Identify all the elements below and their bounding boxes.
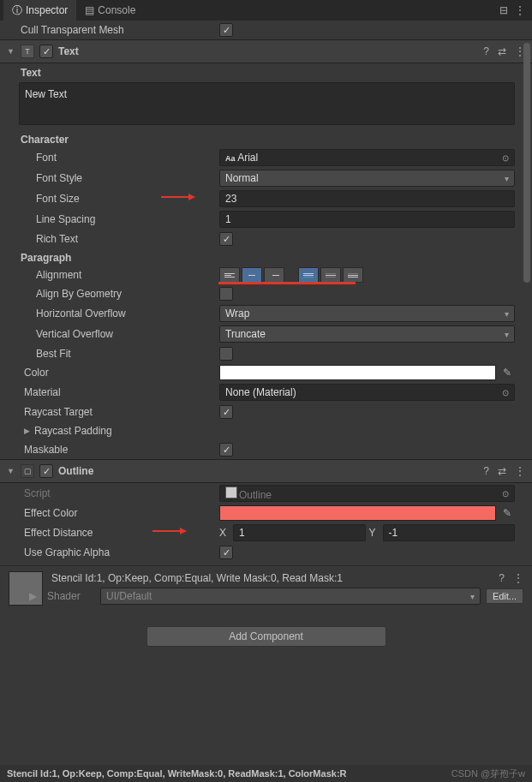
menu-icon[interactable]: ⋮ — [515, 4, 525, 16]
dropdown-v-overflow[interactable]: Truncate — [219, 325, 515, 343]
foldout-icon[interactable]: ▼ — [7, 47, 15, 56]
checkbox-maskable[interactable]: ✓ — [219, 443, 233, 457]
foldout-icon[interactable]: ▼ — [7, 467, 15, 475]
color-swatch-text[interactable] — [219, 365, 496, 380]
dropdown-h-overflow[interactable]: Wrap — [219, 305, 515, 322]
context-menu-icon[interactable]: ⋮ — [515, 465, 525, 477]
label-rich-text: Rich Text — [36, 233, 219, 245]
tab-bar: ⓘ Inspector ▤ Console ⊟ ⋮ — [0, 0, 532, 21]
dropdown-font-style[interactable]: Normal — [219, 170, 515, 187]
tab-label: Inspector — [26, 4, 68, 16]
checkbox-text-enabled[interactable]: ✓ — [39, 45, 53, 58]
watermark: CSDN @芽孢子w — [451, 767, 525, 780]
material-section: Stencil Id:1, Op:Keep, Comp:Equal, Write… — [0, 565, 532, 611]
input-effect-x[interactable] — [233, 524, 366, 541]
lock-icon[interactable]: ⊟ — [499, 4, 508, 16]
input-line-spacing[interactable] — [219, 211, 515, 228]
component-header-outline[interactable]: ▼ ▢ ✓ Outline ? ⇄ ⋮ — [0, 459, 532, 483]
label-raycast-target: Raycast Target — [24, 406, 219, 418]
input-effect-y[interactable] — [383, 524, 516, 541]
label-line-spacing: Line Spacing — [36, 213, 219, 225]
align-vertical-group — [298, 267, 363, 283]
foldout-icon[interactable]: ▶ — [24, 427, 33, 435]
label-paragraph: Paragraph — [0, 248, 532, 266]
field-font[interactable]: Aa Arial⊙ — [219, 149, 515, 166]
help-icon[interactable]: ? — [499, 572, 505, 584]
label-font-style: Font Style — [36, 172, 219, 184]
status-text: Stencil Id:1, Op:Keep, Comp:Equal, Write… — [7, 768, 347, 779]
checkbox-cull-transparent[interactable]: ✓ — [219, 23, 233, 37]
align-left-button[interactable] — [219, 267, 240, 283]
align-right-button[interactable] — [264, 267, 284, 283]
label-color: Color — [24, 367, 219, 379]
tab-inspector[interactable]: ⓘ Inspector — [3, 0, 76, 21]
align-center-button[interactable] — [242, 267, 262, 283]
label-align-by-geometry: Align By Geometry — [36, 288, 219, 300]
annotation-arrow — [161, 192, 195, 202]
svg-marker-3 — [180, 528, 187, 534]
label-best-fit: Best Fit — [36, 348, 219, 360]
color-swatch-effect[interactable] — [219, 505, 496, 521]
scrollbar[interactable] — [523, 43, 530, 283]
add-component-button[interactable]: Add Component — [146, 626, 386, 647]
label-shader: Shader — [47, 590, 95, 602]
checkbox-rich-text[interactable]: ✓ — [219, 232, 233, 246]
annotation-arrow — [152, 526, 187, 536]
outline-component-icon: ▢ — [21, 464, 34, 478]
console-icon: ▤ — [85, 4, 94, 16]
align-top-button[interactable] — [298, 267, 319, 283]
label-x: X — [219, 527, 230, 539]
status-bar: Stencil Id:1, Op:Keep, Comp:Equal, Write… — [0, 765, 532, 782]
svg-marker-1 — [188, 194, 195, 200]
row-cull-transparent: Cull Transparent Mesh ✓ — [0, 21, 532, 39]
checkbox-raycast-target[interactable]: ✓ — [219, 405, 233, 419]
help-icon[interactable]: ? — [483, 465, 489, 477]
label-effect-distance: Effect Distance — [24, 527, 219, 539]
tab-console[interactable]: ▤ Console — [76, 1, 144, 20]
dropdown-shader[interactable]: UI/Default — [100, 588, 481, 605]
eyedropper-icon[interactable]: ✎ — [499, 365, 515, 380]
input-font-size[interactable] — [219, 190, 515, 207]
field-script: Outline⊙ — [219, 485, 515, 502]
help-icon[interactable]: ? — [483, 45, 489, 57]
annotation-underline — [218, 282, 356, 284]
label-font: Font — [36, 152, 219, 164]
preset-icon[interactable]: ⇄ — [498, 45, 506, 57]
inspector-content: Cull Transparent Mesh ✓ ▼ T ✓ Text ? ⇄ ⋮… — [0, 21, 532, 765]
label-material: Material — [24, 386, 219, 398]
eyedropper-icon[interactable]: ✎ — [499, 505, 515, 521]
checkbox-outline-enabled[interactable]: ✓ — [39, 464, 53, 478]
component-title: Outline — [58, 465, 478, 477]
text-component-icon: T — [21, 45, 34, 58]
tab-label: Console — [98, 4, 135, 16]
checkbox-align-by-geometry[interactable] — [219, 287, 233, 301]
label-character: Character — [0, 130, 532, 147]
align-bottom-button[interactable] — [343, 267, 363, 283]
edit-button[interactable]: Edit... — [486, 588, 523, 604]
label-alignment: Alignment — [36, 269, 219, 281]
label-raycast-padding: Raycast Padding — [34, 425, 230, 437]
text-input[interactable]: New Text — [19, 82, 515, 125]
material-thumbnail[interactable] — [9, 571, 43, 606]
label-use-graphic-alpha: Use Graphic Alpha — [24, 546, 219, 558]
label-y: Y — [369, 527, 380, 539]
info-icon: ⓘ — [12, 3, 22, 18]
label-text: Text — [0, 63, 532, 81]
checkbox-best-fit[interactable] — [219, 347, 233, 361]
align-horizontal-group — [219, 267, 284, 283]
label-h-overflow: Horizontal Overflow — [36, 307, 219, 319]
preset-icon[interactable]: ⇄ — [498, 465, 506, 477]
checkbox-use-graphic-alpha[interactable]: ✓ — [219, 546, 233, 559]
foldout-icon[interactable]: ▶ — [29, 590, 37, 602]
material-summary: Stencil Id:1, Op:Keep, Comp:Equal, Write… — [51, 572, 343, 584]
field-material[interactable]: None (Material)⊙ — [219, 384, 515, 401]
component-title: Text — [58, 45, 478, 57]
context-menu-icon[interactable]: ⋮ — [513, 572, 523, 584]
label-maskable: Maskable — [24, 444, 219, 456]
align-middle-button[interactable] — [320, 267, 341, 283]
label-cull-transparent: Cull Transparent Mesh — [21, 24, 219, 36]
label-v-overflow: Vertical Overflow — [36, 328, 219, 340]
component-header-text[interactable]: ▼ T ✓ Text ? ⇄ ⋮ — [0, 39, 532, 63]
label-script: Script — [24, 487, 219, 499]
label-effect-color: Effect Color — [24, 507, 219, 519]
